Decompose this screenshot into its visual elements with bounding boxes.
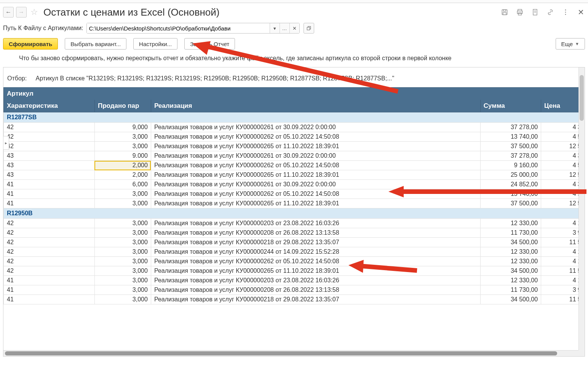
- cell-price[interactable]: 4 1: [541, 219, 585, 228]
- table-row[interactable]: 423,000Реализация товаров и услуг КУ0000…: [4, 219, 585, 228]
- file-path-clear-button[interactable]: ✕: [289, 23, 299, 33]
- cell-realization[interactable]: Реализация товаров и услуг КУ000000262 о…: [151, 257, 480, 266]
- cell-characteristic[interactable]: 41: [4, 285, 95, 295]
- cell-sum[interactable]: 34 500,00: [480, 295, 541, 304]
- cell-characteristic[interactable]: 42: [4, 219, 95, 228]
- table-row[interactable]: 423,000Реализация товаров и услуг КУ0000…: [4, 228, 585, 238]
- cell-realization[interactable]: Реализация товаров и услуг КУ000000208 о…: [151, 285, 480, 295]
- cell-realization[interactable]: Реализация товаров и услуг КУ000000262 о…: [151, 132, 480, 142]
- cell-sum[interactable]: 37 500,00: [480, 199, 541, 208]
- cell-realization[interactable]: Реализация товаров и услуг КУ000000265 о…: [151, 170, 480, 180]
- file-path-browse-button[interactable]: …: [280, 23, 289, 33]
- cell-sum[interactable]: 37 278,00: [480, 151, 541, 161]
- cell-realization[interactable]: Реализация товаров и услуг КУ000000261 о…: [151, 123, 480, 132]
- document-icon[interactable]: [531, 8, 539, 16]
- cell-realization[interactable]: Реализация товаров и услуг КУ000000261 о…: [151, 151, 480, 161]
- cell-realization[interactable]: Реализация товаров и услуг КУ000000265 о…: [151, 266, 480, 276]
- cell-characteristic[interactable]: 41: [4, 276, 95, 285]
- generate-button[interactable]: Сформировать: [3, 38, 58, 50]
- cell-sum[interactable]: 25 000,00: [480, 170, 541, 180]
- cell-price[interactable]: 4 1: [541, 276, 585, 285]
- favorite-star-icon[interactable]: ☆: [29, 7, 40, 18]
- file-path-detach-button[interactable]: [304, 23, 314, 34]
- table-row[interactable]: 413,000Реализация товаров и услуг КУ0000…: [4, 295, 585, 304]
- cell-sold[interactable]: 9.000: [94, 151, 151, 161]
- cell-sum[interactable]: 37 278,00: [480, 123, 541, 132]
- cell-price[interactable]: 11 5: [541, 266, 585, 276]
- nav-forward-button[interactable]: →: [16, 7, 27, 18]
- cell-realization[interactable]: Реализация товаров и услуг КУ000000265 о…: [151, 199, 480, 208]
- cell-realization[interactable]: Реализация товаров и услуг КУ000000218 о…: [151, 238, 480, 247]
- cell-price[interactable]: 4 3: [541, 151, 585, 161]
- cell-sum[interactable]: 9 160,00: [480, 161, 541, 170]
- table-row[interactable]: 423,000Реализация товаров и услуг КУ0000…: [4, 238, 585, 247]
- cell-realization[interactable]: Реализация товаров и услуг КУ000000208 о…: [151, 228, 480, 238]
- cell-realization[interactable]: Реализация товаров и услуг КУ000000203 о…: [151, 219, 480, 228]
- cell-price[interactable]: 3 9: [541, 285, 585, 295]
- file-path-dropdown-button[interactable]: ▾: [270, 23, 280, 33]
- cell-sum[interactable]: 13 740,00: [480, 132, 541, 142]
- cell-sold[interactable]: 3,000: [94, 228, 151, 238]
- cell-sum[interactable]: 34 500,00: [480, 266, 541, 276]
- cell-price[interactable]: 12 5: [541, 199, 585, 208]
- cell-sold[interactable]: 2,000: [94, 170, 151, 180]
- cell-characteristic[interactable]: 43: [4, 170, 95, 180]
- cell-characteristic[interactable]: 42: [4, 257, 95, 266]
- cell-sum[interactable]: 12 330,00: [480, 219, 541, 228]
- cell-sum[interactable]: 24 852,00: [480, 180, 541, 189]
- cell-sum[interactable]: 12 330,00: [480, 257, 541, 266]
- cell-characteristic[interactable]: 43: [4, 161, 95, 170]
- cell-price[interactable]: 4 5: [541, 161, 585, 170]
- cell-sold[interactable]: 3,000: [94, 189, 151, 199]
- cell-characteristic[interactable]: 42: [4, 266, 95, 276]
- cell-price[interactable]: 11 5: [541, 295, 585, 304]
- table-group-row[interactable]: R12877SB: [4, 112, 585, 123]
- cell-characteristic[interactable]: 42: [4, 132, 95, 142]
- table-row[interactable]: 423,000Реализация товаров и услуг КУ0000…: [4, 142, 585, 151]
- cell-characteristic[interactable]: 41: [4, 180, 95, 189]
- cell-sum[interactable]: 13 740,00: [480, 189, 541, 199]
- table-row[interactable]: 423,000Реализация товаров и услуг КУ0000…: [4, 257, 585, 266]
- cell-price[interactable]: 12 5: [541, 142, 585, 151]
- cell-sold[interactable]: 3,000: [94, 295, 151, 304]
- cell-sold[interactable]: 3,000: [94, 238, 151, 247]
- horizontal-scrollbar[interactable]: [3, 350, 578, 356]
- cell-characteristic[interactable]: 42: [4, 238, 95, 247]
- cell-characteristic[interactable]: 41: [4, 295, 95, 304]
- cell-realization[interactable]: Реализация товаров и услуг КУ000000244 о…: [151, 247, 480, 257]
- cell-sum[interactable]: 11 730,00: [480, 228, 541, 238]
- cell-price[interactable]: 4 3: [541, 180, 585, 189]
- cell-price[interactable]: 4 1: [541, 257, 585, 266]
- vertical-scrollbar-thumb[interactable]: [580, 75, 584, 121]
- table-row[interactable]: 423,000Реализация товаров и услуг КУ0000…: [4, 266, 585, 276]
- print-icon[interactable]: [516, 8, 524, 16]
- cell-price[interactable]: 3 9: [541, 228, 585, 238]
- cell-characteristic[interactable]: 42: [4, 247, 95, 257]
- cell-characteristic[interactable]: 42: [4, 228, 95, 238]
- cell-sold[interactable]: 3,000: [94, 132, 151, 142]
- save-icon[interactable]: [500, 8, 509, 16]
- cell-sold[interactable]: 3,000: [94, 199, 151, 208]
- table-row[interactable]: 439.000Реализация товаров и услуг КУ0000…: [4, 151, 585, 161]
- cell-sold[interactable]: 6,000: [94, 180, 151, 189]
- more-menu-icon[interactable]: [561, 8, 570, 16]
- cell-sum[interactable]: 34 500,00: [480, 238, 541, 247]
- cell-characteristic[interactable]: 42: [4, 142, 95, 151]
- cell-realization[interactable]: Реализация товаров и услуг КУ000000262 о…: [151, 189, 480, 199]
- cell-sum[interactable]: 12 330,00: [480, 276, 541, 285]
- cell-sold[interactable]: 2,000: [94, 161, 151, 170]
- cell-sold[interactable]: 3,000: [94, 285, 151, 295]
- cell-price[interactable]: 4 1: [541, 247, 585, 257]
- expand-toggle[interactable]: ▸: [3, 136, 9, 150]
- table-row[interactable]: 432,000Реализация товаров и услуг КУ0000…: [4, 161, 585, 170]
- table-row[interactable]: 416,000Реализация товаров и услуг КУ0000…: [4, 180, 585, 189]
- cell-price[interactable]: 4 3: [541, 123, 585, 132]
- cell-realization[interactable]: Реализация товаров и услуг КУ000000265 о…: [151, 142, 480, 151]
- cell-sold[interactable]: 3,000: [94, 276, 151, 285]
- table-row[interactable]: 413,000Реализация товаров и услуг КУ0000…: [4, 189, 585, 199]
- horizontal-scrollbar-thumb[interactable]: [5, 351, 557, 355]
- cell-price[interactable]: 11 5: [541, 238, 585, 247]
- table-group-row[interactable]: R12950B: [4, 208, 585, 219]
- cell-sold[interactable]: 3,000: [94, 266, 151, 276]
- cell-characteristic[interactable]: 42: [4, 123, 95, 132]
